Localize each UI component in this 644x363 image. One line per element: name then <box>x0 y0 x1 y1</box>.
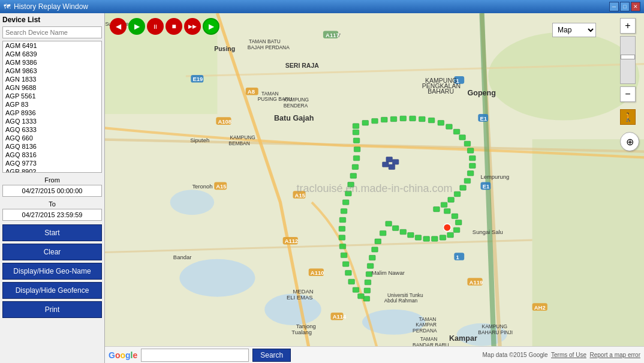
svg-rect-67 <box>339 235 345 240</box>
from-date-input[interactable] <box>2 185 102 197</box>
device-item-agm9386[interactable]: AGM 9386 <box>3 58 101 67</box>
svg-rect-29 <box>470 163 476 168</box>
svg-text:A114: A114 <box>333 313 347 320</box>
svg-text:Teronoh: Teronoh <box>192 183 212 190</box>
svg-text:BAJAH PERDANA: BAJAH PERDANA <box>248 44 290 50</box>
start-button[interactable]: Start <box>2 224 102 241</box>
svg-rect-27 <box>467 148 474 153</box>
map-area[interactable]: A117 A117 A8 A108 A15 A15 A112 A110 A114… <box>105 13 644 363</box>
device-item-agq1333[interactable]: AGQ 1333 <box>3 117 101 125</box>
device-item-agm6839[interactable]: AGM 6839 <box>3 50 101 58</box>
print-button[interactable]: Print <box>2 301 102 318</box>
svg-rect-63 <box>345 271 352 275</box>
device-item-agq6333[interactable]: AGQ 6333 <box>3 125 101 134</box>
device-item-agq8316[interactable]: AGQ 8316 <box>3 151 101 159</box>
svg-rect-82 <box>389 164 395 169</box>
replay-pause-button[interactable]: ⏸ <box>147 18 164 35</box>
device-item-agp83[interactable]: AGP 83 <box>3 100 101 109</box>
svg-rect-75 <box>352 164 359 169</box>
svg-rect-13 <box>353 124 359 128</box>
svg-rect-14 <box>362 121 369 125</box>
svg-rect-74 <box>350 173 357 178</box>
svg-rect-48 <box>400 229 407 234</box>
compass-button[interactable]: ⊕ <box>620 132 639 151</box>
device-item-agr8902[interactable]: AGR 8902 <box>3 167 101 173</box>
svg-text:1: 1 <box>456 254 459 260</box>
svg-rect-46 <box>415 235 422 240</box>
svg-rect-16 <box>381 117 388 122</box>
replay-play-button[interactable]: ▶ <box>128 18 145 35</box>
device-item-agn1833[interactable]: AGN 1833 <box>3 75 101 83</box>
zoom-thumb <box>621 55 635 59</box>
from-label: From <box>2 176 102 184</box>
svg-text:A110: A110 <box>311 269 324 276</box>
svg-text:Bandar: Bandar <box>173 254 191 260</box>
svg-text:A108: A108 <box>218 118 231 125</box>
device-search-input[interactable] <box>2 26 102 38</box>
street-view-button[interactable]: 🚶 <box>620 109 636 125</box>
svg-rect-70 <box>341 209 347 214</box>
zoom-controls: + − 🚶 ⊕ <box>620 18 639 151</box>
close-button[interactable]: ✕ <box>631 2 640 11</box>
zoom-in-button[interactable]: + <box>620 18 636 34</box>
svg-text:A15: A15 <box>295 192 305 199</box>
minimize-button[interactable]: ─ <box>609 2 619 11</box>
svg-rect-72 <box>345 191 352 196</box>
svg-rect-19 <box>410 116 416 121</box>
device-item-agp5561[interactable]: AGP 5561 <box>3 92 101 100</box>
svg-rect-71 <box>342 200 349 205</box>
svg-text:A8: A8 <box>248 88 255 95</box>
svg-point-43 <box>444 224 452 232</box>
zoom-out-button[interactable]: − <box>620 86 636 102</box>
svg-rect-34 <box>448 197 455 202</box>
svg-text:Gopeng: Gopeng <box>467 89 496 97</box>
svg-rect-81 <box>392 160 399 164</box>
svg-rect-32 <box>460 185 467 190</box>
zoom-track[interactable] <box>620 36 636 84</box>
replay-forward-button[interactable]: ▶▶ <box>184 18 201 35</box>
svg-rect-80 <box>386 157 393 162</box>
svg-rect-23 <box>446 124 453 129</box>
device-item-agm9863[interactable]: AGM 9863 <box>3 67 101 75</box>
svg-rect-15 <box>372 118 378 123</box>
svg-text:Tualang: Tualang <box>291 329 312 335</box>
svg-rect-52 <box>375 239 381 244</box>
replay-back-button[interactable]: ◀ <box>110 18 127 35</box>
map-bottom-bar: Google Search Map data ©2015 Google Term… <box>105 346 644 363</box>
window-title: History Replay Window <box>14 2 609 11</box>
to-date-input[interactable] <box>2 209 102 221</box>
map-search-input[interactable] <box>141 349 249 362</box>
map-type-select[interactable]: Map Satellite Terrain <box>552 23 596 37</box>
svg-text:ELI EMAS: ELI EMAS <box>287 294 313 301</box>
svg-text:BENDERA: BENDERA <box>284 103 308 109</box>
svg-rect-62 <box>348 279 355 284</box>
device-item-agn9688[interactable]: AGN 9688 <box>3 83 101 92</box>
svg-rect-49 <box>392 226 399 230</box>
device-item-agp8936[interactable]: AGP 8936 <box>3 109 101 117</box>
svg-text:Siputeh: Siputeh <box>190 137 209 143</box>
svg-text:BEMBAN: BEMBAN <box>228 140 249 146</box>
svg-rect-44 <box>432 236 438 241</box>
map-search-button[interactable]: Search <box>252 349 291 362</box>
replay-stop-button[interactable]: ■ <box>165 18 182 35</box>
svg-rect-60 <box>358 293 365 298</box>
svg-rect-51 <box>380 230 386 235</box>
replay-go-button[interactable]: ▶ <box>203 18 219 35</box>
svg-rect-59 <box>363 296 370 301</box>
svg-rect-65 <box>341 253 347 257</box>
svg-point-1 <box>179 259 255 297</box>
device-item-agq9773[interactable]: AGQ 9773 <box>3 159 101 167</box>
display-geo-name-button[interactable]: Display/Hide Geo-Name <box>2 263 102 280</box>
svg-rect-26 <box>464 141 471 146</box>
display-geofence-button[interactable]: Display/Hide Geofence <box>2 282 102 299</box>
maximize-button[interactable]: □ <box>620 2 630 11</box>
svg-rect-58 <box>364 288 371 293</box>
device-item-agm6491[interactable]: AGM 6491 <box>3 41 101 50</box>
device-item-agq660[interactable]: AGQ 660 <box>3 134 101 142</box>
replay-controls: ◀ ▶ ⏸ ■ ▶▶ ▶ <box>110 18 219 35</box>
device-item-agq8136[interactable]: AGQ 8136 <box>3 142 101 151</box>
svg-rect-33 <box>454 191 461 196</box>
clear-button[interactable]: Clear <box>2 244 102 260</box>
svg-text:Abdul Rahman: Abdul Rahman <box>384 298 418 304</box>
map-svg: A117 A117 A8 A108 A15 A15 A112 A110 A114… <box>105 13 644 363</box>
